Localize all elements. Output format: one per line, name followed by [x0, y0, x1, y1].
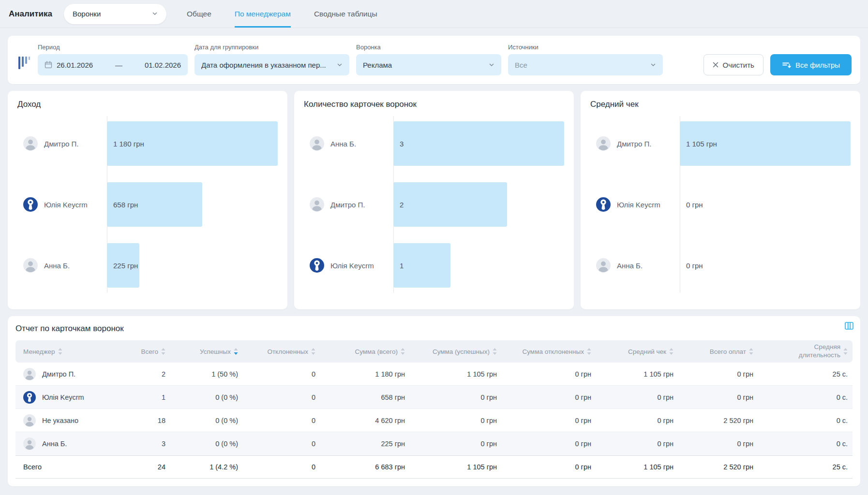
all-filters-button[interactable]: Все фильтры	[770, 54, 852, 75]
table-cell: 225 грн	[320, 432, 410, 455]
keycrm-logo-avatar	[23, 197, 38, 212]
table-cell: 3	[120, 432, 170, 455]
chart-bar	[393, 182, 507, 227]
table-row: Не указано180 (0 %)04 620 грн0 грн0 грн0…	[15, 409, 853, 432]
total-cell: 1 (4.2 %)	[170, 455, 243, 479]
person-avatar	[23, 437, 36, 450]
table-cell: 0 (0 %)	[170, 432, 243, 455]
chart-row: Юлія Keycrm0 грн	[590, 174, 851, 235]
tab-by-managers[interactable]: По менеджерам	[235, 0, 291, 28]
funnel-label: Воронка	[356, 44, 501, 51]
table-cell: 0 с.	[758, 432, 853, 455]
column-header-label: Сумма (успешных)	[433, 348, 490, 355]
report-table-total-row: Всего241 (4.2 %)06 683 грн1 105 грн0 грн…	[15, 455, 853, 479]
chart-category-label: Дмитро П.	[44, 140, 79, 148]
tab-general[interactable]: Общее	[187, 0, 211, 28]
chart-bar-zone: 0 грн	[680, 174, 851, 235]
table-cell: 0 грн	[502, 409, 596, 432]
sources-select[interactable]: Все	[508, 54, 663, 75]
table-cell: 1 105 грн	[596, 363, 678, 386]
column-header-9[interactable]: Всего оплат	[678, 340, 758, 363]
keycrm-logo-avatar	[310, 258, 324, 273]
funnel-select[interactable]: Реклама	[356, 54, 501, 75]
total-cell: 24	[120, 455, 170, 479]
table-columns-icon[interactable]	[845, 322, 853, 332]
report-table-body: Дмитро П.21 (50 %)01 180 грн1 105 грн0 г…	[15, 363, 853, 455]
sources-value: Все	[515, 61, 527, 69]
chart-row-label: Дмитро П.	[590, 136, 680, 151]
person-avatar	[23, 368, 36, 380]
chart-category-label: Юлія Keycrm	[44, 201, 88, 209]
total-label-cell: Всего	[15, 455, 120, 479]
chart-bar-zone: 1 105 грн	[680, 113, 851, 174]
chart-bar-zone: 2	[393, 174, 564, 235]
column-header-1[interactable]: Менеджер	[15, 340, 120, 363]
table-cell: 4 620 грн	[320, 409, 410, 432]
column-header-10[interactable]: Средняя длительность	[758, 340, 853, 363]
chart-row: Дмитро П.1 105 грн	[590, 113, 851, 174]
chart-card-funnel-cards-count: Количество карточек воронок Анна Б.3Дмит…	[294, 91, 574, 309]
column-header-8[interactable]: Средний чек	[596, 340, 678, 363]
table-cell: 2 520 грн	[678, 409, 758, 432]
period-date-range-input[interactable]: 26.01.2026 — 01.02.2026	[38, 54, 188, 75]
filter-group-date: Дата для группировки Дата оформления в у…	[195, 44, 349, 75]
column-header-label: Всего	[141, 348, 158, 355]
period-label: Период	[38, 44, 188, 51]
table-cell: 18	[120, 409, 170, 432]
column-header-4[interactable]: Отклоненных	[243, 340, 320, 363]
table-cell: 0 грн	[678, 386, 758, 409]
average-check-bar-chart: Дмитро П.1 105 грнЮлія Keycrm0 грнАнна Б…	[590, 113, 851, 296]
chart-row-label: Дмитро П.	[304, 197, 393, 212]
filter-period: Период 26.01.2026 — 01.02.2026	[38, 44, 188, 75]
manager-name: Не указано	[42, 417, 78, 424]
chart-title: Средний чек	[590, 100, 851, 109]
chart-card-average-check: Средний чек Дмитро П.1 105 грнЮлія Keycr…	[581, 91, 860, 309]
chart-row: Дмитро П.2	[304, 174, 564, 235]
table-cell: 0 с.	[758, 386, 853, 409]
table-cell: 0 грн	[596, 386, 678, 409]
manager-cell: Анна Б.	[15, 432, 120, 455]
clear-filters-button[interactable]: Очистить	[703, 54, 763, 75]
chart-category-label: Дмитро П.	[330, 201, 365, 209]
analytics-section-select[interactable]: Воронки	[64, 4, 166, 24]
sort-carets-icon	[234, 348, 238, 355]
chart-row-label: Анна Б.	[590, 258, 680, 273]
chart-category-label: Анна Б.	[44, 262, 70, 270]
keycrm-logo-avatar	[23, 391, 36, 404]
sources-label: Источники	[508, 44, 663, 51]
report-table: МенеджерВсегоУспешныхОтклоненныхСумма (в…	[15, 340, 853, 479]
manager-name: Юлія Keycrm	[42, 393, 84, 401]
person-avatar	[596, 136, 611, 151]
report-title: Отчет по карточкам воронок	[15, 324, 853, 334]
chart-value-label: 2	[400, 201, 404, 209]
calendar-icon	[45, 61, 52, 69]
column-header-5[interactable]: Сумма (всего)	[320, 340, 410, 363]
analytics-tabs: Общее По менеджерам Сводные таблицы	[187, 0, 377, 28]
filter-sources: Источники Все	[508, 44, 663, 75]
chart-category-label: Юлія Keycrm	[617, 201, 660, 209]
table-cell: 1 (50 %)	[170, 363, 243, 386]
column-header-6[interactable]: Сумма (успешных)	[410, 340, 502, 363]
period-to-value: 01.02.2026	[145, 61, 181, 69]
table-cell: 0 грн	[410, 432, 502, 455]
column-header-2[interactable]: Всего	[120, 340, 170, 363]
income-bar-chart: Дмитро П.1 180 грнЮлія Keycrm658 грнАнна…	[17, 113, 278, 296]
total-cell: 1 105 грн	[596, 455, 678, 479]
table-cell: 0 (0 %)	[170, 386, 243, 409]
clear-filters-label: Очистить	[723, 61, 754, 69]
column-header-3[interactable]: Успешных	[170, 340, 243, 363]
tab-pivot-tables[interactable]: Сводные таблицы	[314, 0, 377, 28]
group-date-select[interactable]: Дата оформления в указанном пер...	[195, 54, 349, 75]
sort-carets-icon	[401, 348, 405, 355]
sort-carets-icon	[493, 348, 497, 355]
person-avatar	[310, 136, 324, 151]
table-cell: 0 грн	[678, 432, 758, 455]
manager-name: Дмитро П.	[42, 370, 75, 378]
table-cell: 0 с.	[758, 409, 853, 432]
table-cell: 1 180 грн	[320, 363, 410, 386]
filter-funnel: Воронка Реклама	[356, 44, 501, 75]
chart-value-label: 0 грн	[686, 201, 703, 209]
chart-row-label: Юлія Keycrm	[17, 197, 107, 212]
column-header-7[interactable]: Сумма отклоненных	[502, 340, 596, 363]
sort-carets-icon	[669, 348, 673, 355]
